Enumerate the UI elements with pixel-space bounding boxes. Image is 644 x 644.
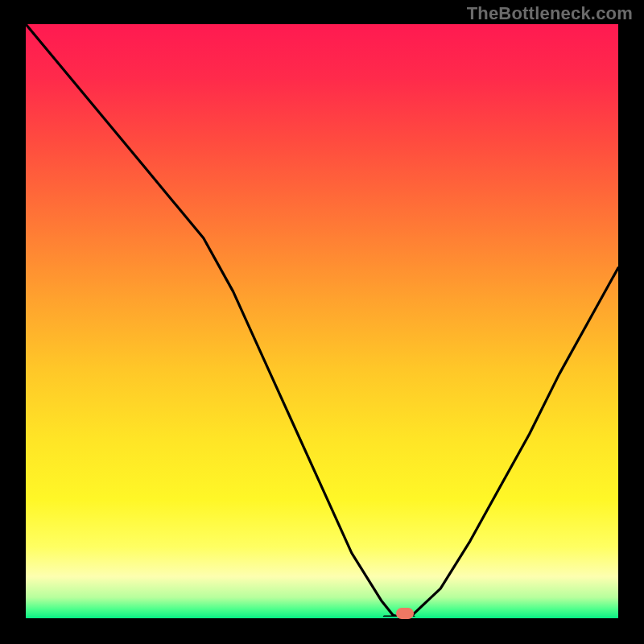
optimum-marker xyxy=(396,608,414,619)
bottleneck-curve xyxy=(26,24,618,618)
watermark-text: TheBottleneck.com xyxy=(467,3,633,24)
chart-area xyxy=(26,24,618,618)
